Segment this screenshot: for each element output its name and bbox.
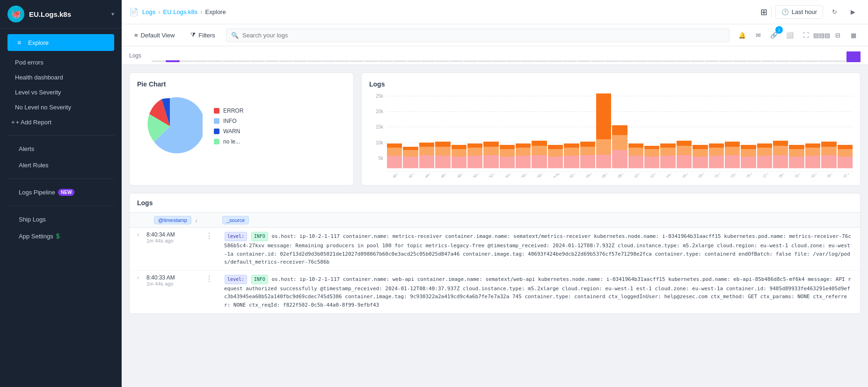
timeline-bar-item — [733, 60, 747, 62]
time-label: Last hour — [792, 8, 817, 15]
bar-group — [467, 93, 482, 168]
time-range-button[interactable]: 🕐 Last hour — [775, 5, 823, 19]
x-labels: 7:40 AM7:42 AM7:44 AM7:46 AM7:48 AM7:50 … — [387, 173, 853, 178]
default-view-button[interactable]: ≡ Default View — [129, 29, 180, 42]
bar-error — [419, 143, 434, 147]
timeline-chart[interactable] — [152, 49, 861, 62]
x-label: 7:46 AM — [438, 173, 451, 178]
legend-item: WARN — [214, 128, 243, 135]
bar-error — [452, 145, 467, 149]
sidebar-item-app-settings[interactable]: App Settings $ — [7, 229, 114, 244]
sidebar-item-pod-errors[interactable]: Pod errors — [4, 55, 118, 70]
x-label: 8:06 AM — [598, 173, 612, 178]
x-label: 7:56 AM — [518, 173, 532, 178]
more-options-icon[interactable]: ⋮ — [205, 231, 217, 240]
timeline-bar-item — [365, 60, 378, 62]
sidebar-item-logs-pipeline[interactable]: Logs Pipeline NEW — [7, 185, 114, 200]
bar-group — [580, 93, 595, 168]
grid-icon[interactable]: ⊞ — [760, 7, 767, 17]
table-button[interactable]: ▦ — [846, 28, 861, 42]
columns-button[interactable]: ⊟ — [831, 28, 845, 42]
more-options-icon[interactable]: ⋮ — [205, 274, 217, 283]
sidebar-item-explore[interactable]: ≡ Explore — [7, 34, 114, 51]
bar-info — [693, 157, 708, 168]
add-report-button[interactable]: + + Add Report — [0, 115, 122, 129]
explore-icon: ≡ — [15, 38, 23, 47]
refresh-button[interactable]: ↻ — [827, 5, 842, 20]
pie-legend: ERRORINFOWARNno le... — [214, 108, 243, 145]
sidebar-item-level-vs-severity[interactable]: Level vs Severity — [4, 85, 118, 100]
bar-warn — [838, 149, 853, 157]
bar-warn — [821, 147, 836, 155]
bar-group — [564, 93, 579, 168]
main-panel: 📄 Logs › EU.Logs.k8s › Explore ⊞ 🕐 Last … — [122, 0, 868, 387]
level-key-tag[interactable]: level: — [225, 232, 247, 241]
bar-group — [757, 93, 772, 168]
expand-button[interactable]: › — [137, 274, 139, 281]
sidebar-item-health-dashboard[interactable]: Health dashboard — [4, 70, 118, 85]
timeline-bar-item — [520, 60, 534, 62]
bar-group — [387, 93, 402, 168]
timeline-bar-item — [237, 60, 250, 62]
bar-warn — [467, 148, 482, 156]
bar-info — [435, 156, 450, 168]
bell-button[interactable]: 🔔 — [735, 28, 749, 42]
dollar-icon: $ — [56, 232, 60, 240]
clock-icon: 🕐 — [781, 8, 789, 15]
bar-error — [403, 147, 418, 150]
timeline-bar-item — [790, 60, 803, 62]
sidebar-item-alerts[interactable]: Alerts — [7, 142, 114, 156]
mail-button[interactable]: ✉ — [751, 28, 765, 42]
bar-error — [644, 146, 659, 149]
timeline-bar-item — [152, 60, 165, 62]
new-badge: NEW — [58, 189, 74, 196]
monitor-button[interactable]: ⬜ — [783, 28, 797, 42]
legend-label: INFO — [223, 118, 237, 124]
sidebar-item-alert-rules[interactable]: Alert Rules — [7, 158, 114, 172]
sidebar-item-ship-logs[interactable]: Ship Logs — [7, 212, 114, 227]
x-label: 7:44 AM — [421, 173, 435, 178]
bar-warn — [805, 148, 820, 156]
bar-group — [500, 93, 515, 168]
bar-group — [677, 93, 692, 168]
bar-warn — [644, 149, 659, 157]
bar-info — [725, 155, 740, 168]
bar-warn — [725, 147, 740, 155]
bar-info — [596, 155, 611, 168]
timestamp-tag[interactable]: @timestamp — [154, 216, 191, 224]
source-tag[interactable]: _source — [222, 216, 249, 224]
play-button[interactable]: ▶ — [846, 5, 861, 20]
bar-warn — [452, 149, 467, 157]
sidebar-item-no-level-severity[interactable]: No Level no Severity — [4, 100, 118, 115]
level-value-tag[interactable]: INFO — [251, 275, 268, 284]
search-input[interactable] — [242, 32, 724, 39]
level-key-tag[interactable]: level: — [225, 275, 247, 284]
breadcrumb-logs[interactable]: Logs — [142, 8, 155, 15]
link-button[interactable]: 🔗 1 — [767, 28, 781, 42]
bar-group — [709, 93, 724, 168]
breadcrumb-app[interactable]: EU.Logs.k8s — [163, 8, 198, 15]
bar-info — [773, 155, 788, 168]
chevron-down-icon[interactable]: ▾ — [111, 11, 114, 17]
timeline-bar-item — [506, 60, 520, 62]
expand-button[interactable]: ⛶ — [799, 28, 813, 42]
expand-button[interactable]: › — [137, 231, 139, 238]
timeline-bar-item — [293, 60, 307, 62]
bars-button[interactable]: ▤▤▤ — [815, 28, 829, 42]
bar-info — [789, 157, 804, 168]
bar-error — [467, 143, 482, 148]
level-value-tag[interactable]: INFO — [251, 232, 268, 241]
sidebar-divider-1 — [7, 135, 114, 136]
bar-warn — [403, 150, 418, 157]
timeline-bar: Logs — [122, 46, 868, 65]
timeline-bar-item — [549, 60, 562, 62]
bar-error — [660, 143, 675, 148]
filters-button[interactable]: ⧩ Filters — [185, 29, 220, 42]
x-label: 7:52 AM — [486, 173, 499, 178]
bar-warn — [580, 147, 595, 155]
bar-warn — [612, 135, 627, 150]
bar-info — [403, 157, 418, 168]
bar-error — [821, 142, 836, 147]
bar-warn — [709, 148, 724, 156]
logs-table-card: Logs @timestamp ↓ _source › 8:40:34 AM 1… — [129, 193, 861, 314]
